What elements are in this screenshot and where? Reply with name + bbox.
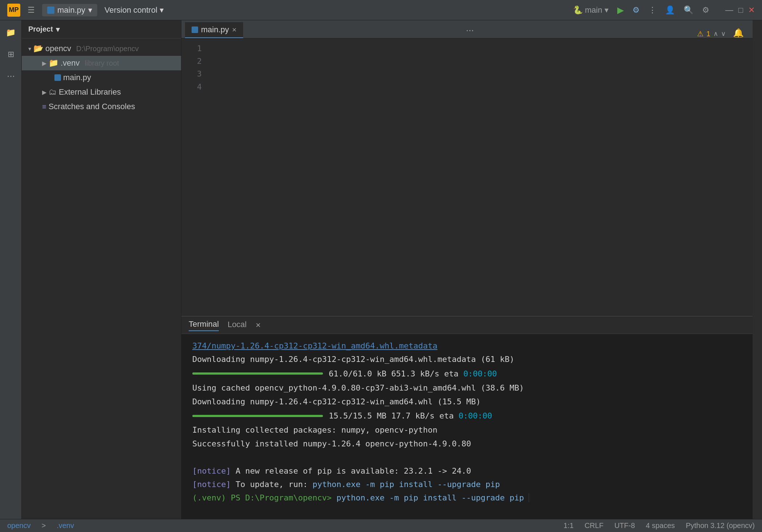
- tree-item-path: D:\Program\opencv: [76, 45, 139, 53]
- terminal-close-icon[interactable]: ✕: [255, 321, 261, 329]
- status-encoding[interactable]: UTF-8: [614, 521, 635, 530]
- close-button[interactable]: ✕: [748, 5, 755, 15]
- python-file-icon: [54, 74, 61, 81]
- tab-close-icon[interactable]: ✕: [232, 26, 237, 33]
- terminal-text: Using cached opencv_python-4.9.0.80-cp37…: [192, 383, 524, 392]
- line-numbers: 1 2 3 4: [181, 38, 207, 316]
- project-view-icon[interactable]: 📁: [4, 25, 18, 40]
- tree-item-label: .venv: [61, 58, 80, 68]
- terminal-text: Downloading numpy-1.26.4-cp312-cp312-win…: [192, 397, 481, 406]
- run-button[interactable]: ▶: [617, 5, 624, 15]
- tree-item-label: Scratches and Consoles: [49, 102, 135, 111]
- python-icon: [47, 7, 54, 14]
- main-layout: 📁 ⊞ ⋯ Project ▾ ▾ 📂 opencv D:\Program\op…: [0, 20, 762, 519]
- status-position[interactable]: 1:1: [564, 521, 574, 530]
- notice-key-2: [notice]: [192, 480, 231, 489]
- terminal-line-8: Successfully installed numpy-1.26.4 open…: [192, 437, 742, 450]
- tree-item-opencv[interactable]: ▾ 📂 opencv D:\Program\opencv: [22, 41, 181, 56]
- sidebar-content: ▾ 📂 opencv D:\Program\opencv ▶ 📁 .venv l…: [22, 38, 181, 519]
- terminal-text: Downloading numpy-1.26.4-cp312-cp312-win…: [192, 355, 514, 364]
- terminal-line-4: Using cached opencv_python-4.9.0.80-cp37…: [192, 381, 742, 395]
- status-project[interactable]: opencv: [7, 521, 31, 530]
- editor-content[interactable]: 1 2 3 4: [181, 38, 753, 316]
- tree-item-label: main.py: [63, 73, 91, 82]
- tab-local[interactable]: Local: [228, 320, 247, 331]
- status-branch[interactable]: .venv: [57, 521, 74, 530]
- terminal-tabs: Terminal Local ✕: [181, 317, 753, 334]
- version-control-label: Version control: [105, 5, 157, 15]
- tree-item-extra: library root: [85, 59, 119, 67]
- terminal-blank: [192, 450, 742, 464]
- profile-button[interactable]: 👤: [665, 5, 675, 15]
- terminal-notice-2: [notice] To update, run: python.exe -m p…: [192, 478, 742, 491]
- sidebar-header[interactable]: Project ▾: [22, 20, 181, 38]
- title-bar: MP ☰ main.py ▾ Version control ▾ 🐍 main …: [0, 0, 762, 20]
- terminal-line-5: Downloading numpy-1.26.4-cp312-cp312-win…: [192, 395, 742, 408]
- status-python[interactable]: Python 3.12 (opencv): [686, 521, 755, 530]
- notice-text-2: To update, run:: [235, 480, 312, 489]
- search-button[interactable]: 🔍: [684, 5, 693, 15]
- status-crlf[interactable]: CRLF: [585, 521, 603, 530]
- tab-python-icon: [192, 26, 198, 33]
- expand-icon: ▾: [28, 45, 31, 52]
- tab-terminal[interactable]: Terminal: [189, 319, 219, 331]
- title-bar-left: MP ☰ main.py ▾ Version control ▾: [7, 4, 164, 17]
- editor-terminal-column: main.py ✕ ⋯ ⚠ 1 ∧ ∨ 🔔 1 2 3 4: [181, 20, 753, 519]
- minimize-button[interactable]: —: [725, 5, 733, 15]
- prompt-ps: (.venv) PS D:\Program\opencv>: [192, 493, 332, 502]
- status-bar-right: 1:1 CRLF UTF-8 4 spaces Python 3.12 (ope…: [564, 521, 755, 530]
- status-bar: opencv > .venv 1:1 CRLF UTF-8 4 spaces P…: [0, 519, 762, 532]
- sidebar: Project ▾ ▾ 📂 opencv D:\Program\opencv ▶…: [22, 20, 181, 519]
- window-controls: — □ ✕: [725, 5, 755, 15]
- structure-icon[interactable]: ⊞: [4, 47, 18, 62]
- file-name-label: main.py: [57, 5, 85, 15]
- expand-icon: ▶: [42, 89, 46, 96]
- file-title[interactable]: main.py ▾: [42, 4, 97, 16]
- terminal-line-2: Downloading numpy-1.26.4-cp312-cp312-win…: [192, 352, 742, 366]
- more-tools-icon[interactable]: ⋯: [4, 69, 18, 83]
- tree-item-mainpy[interactable]: main.py: [22, 70, 181, 85]
- run-config-button[interactable]: 🐍 main ▾: [573, 5, 609, 15]
- expand-icon: ▶: [42, 60, 46, 67]
- terminal-area: Terminal Local ✕ 374/numpy-1.26.4-cp312-…: [181, 316, 753, 519]
- project-label: Project: [28, 25, 53, 33]
- library-icon: 🗂: [49, 87, 57, 97]
- tab-mainpy[interactable]: main.py ✕: [185, 22, 243, 38]
- more-options-button[interactable]: ⋮: [648, 5, 656, 15]
- progress-text-2: 15.5/15.5 MB 17.7 kB/s eta 0:00:00: [329, 409, 492, 422]
- sidebar-header-text: Project ▾: [28, 25, 60, 34]
- numpy-metadata-link[interactable]: 374/numpy-1.26.4-cp312-cp312-win_amd64.w…: [192, 341, 438, 350]
- warning-down-icon[interactable]: ∨: [721, 30, 726, 38]
- maximize-button[interactable]: □: [738, 5, 743, 15]
- tree-item-external-libs[interactable]: ▶ 🗂 External Libraries: [22, 85, 181, 99]
- tree-item-venv[interactable]: ▶ 📁 .venv library root: [22, 56, 181, 70]
- terminal-prompt: (.venv) PS D:\Program\opencv> python.exe…: [192, 491, 742, 504]
- terminal-progress-2: 15.5/15.5 MB 17.7 kB/s eta 0:00:00: [192, 409, 742, 422]
- project-chevron-icon: ▾: [56, 25, 60, 34]
- editor-warnings: ⚠ 1 ∧ ∨: [697, 29, 733, 38]
- tree-item-scratches[interactable]: ≡ Scratches and Consoles: [22, 99, 181, 114]
- notifications-icon[interactable]: 🔔: [733, 28, 749, 38]
- editor-area: main.py ✕ ⋯ ⚠ 1 ∧ ∨ 🔔 1 2 3 4: [181, 20, 753, 316]
- version-control-button[interactable]: Version control ▾: [105, 5, 164, 15]
- folder-icon: 📂: [33, 44, 43, 53]
- status-indent[interactable]: 4 spaces: [646, 521, 675, 530]
- tab-more-icon[interactable]: ⋯: [463, 23, 477, 38]
- hamburger-icon[interactable]: ☰: [28, 5, 35, 15]
- progress-bar-1: [192, 372, 323, 375]
- warning-up-icon[interactable]: ∧: [713, 30, 718, 38]
- notice-text-1: A new release of pip is available: 23.2.…: [235, 466, 471, 475]
- version-control-chevron: ▾: [160, 5, 164, 15]
- code-area[interactable]: [207, 38, 753, 316]
- terminal-notice-1: [notice] A new release of pip is availab…: [192, 464, 742, 478]
- python-indicator-icon: 🐍: [573, 5, 583, 15]
- tree-item-label: opencv: [45, 44, 71, 53]
- right-panel: [753, 20, 762, 519]
- scratches-icon: ≡: [42, 103, 46, 111]
- terminal-progress-1: 61.0/61.0 kB 651.3 kB/s eta 0:00:00: [192, 367, 742, 380]
- folder-icon: 📁: [49, 58, 58, 68]
- terminal-line-7: Installing collected packages: numpy, op…: [192, 423, 742, 437]
- settings-button[interactable]: ⚙: [702, 5, 709, 15]
- debug-button[interactable]: ⚙: [632, 5, 640, 15]
- terminal-content[interactable]: 374/numpy-1.26.4-cp312-cp312-win_amd64.w…: [181, 334, 753, 519]
